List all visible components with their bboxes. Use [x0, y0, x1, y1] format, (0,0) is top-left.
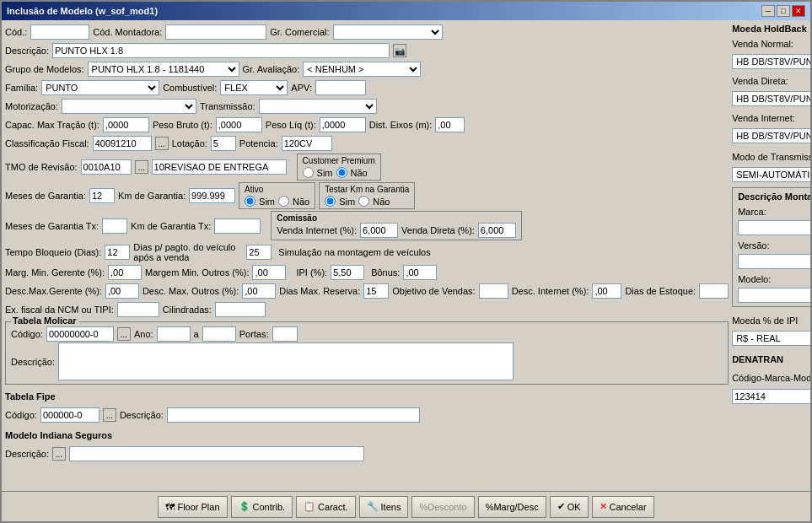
modo-transmissao-select[interactable]: SEMI-AUTOMÁTICA: [732, 167, 810, 182]
floor-plan-label: Floor Plan: [177, 502, 219, 512]
maximize-button[interactable]: □: [777, 5, 790, 17]
venda-direta-right-select[interactable]: HB DB/ST8V/PUNTO: [732, 91, 810, 106]
marg-desc-button[interactable]: %Marg/Desc: [478, 496, 546, 518]
tempo-bloqueio-input[interactable]: [105, 245, 130, 260]
row-garantia-tx: Meses de Garantia Tx: Km de Garantia Tx:…: [5, 211, 729, 240]
desc-max-gerente-input[interactable]: [105, 283, 139, 299]
cod-input[interactable]: [30, 24, 89, 40]
apv-input[interactable]: [315, 80, 366, 95]
cp-sim-radio[interactable]: [303, 167, 314, 178]
cp-nao-radio[interactable]: [336, 167, 347, 178]
descricao-search-btn[interactable]: 📷: [393, 44, 406, 57]
lotacao-input[interactable]: [211, 136, 236, 151]
row-bloqueio: Tempo Bloqueio (Dias): Dias p/ pagto. do…: [5, 242, 729, 262]
caract-button[interactable]: 📋 Caract.: [296, 496, 355, 518]
moeda-ipi-label: Moeda % de IPI: [732, 315, 798, 326]
itens-button[interactable]: 🔧 Itens: [359, 496, 409, 518]
venda-internet-right-select[interactable]: HB DB/ST8V/PUNTO: [732, 128, 810, 143]
title-bar-buttons: ─ □ ✕: [761, 5, 805, 17]
contrib-button[interactable]: 💲 Contrib.: [231, 496, 293, 518]
versao-select[interactable]: [738, 254, 810, 269]
floor-plan-button[interactable]: 🗺 Floor Plan: [158, 496, 227, 518]
desc-internet-input[interactable]: [592, 283, 621, 299]
codigo-marca-input[interactable]: [732, 389, 810, 404]
cancel-icon: ✕: [600, 501, 607, 512]
ok-button[interactable]: ✔ OK: [550, 496, 589, 518]
dias-pagto-input[interactable]: [246, 245, 272, 260]
tmo-desc-input[interactable]: [152, 159, 287, 175]
simulacao-section: Simulação na montagem de veículos: [278, 247, 430, 257]
transmissao-select[interactable]: [259, 99, 377, 114]
capac-label: Capac. Max Tração (t):: [5, 120, 99, 130]
cilindradas-input[interactable]: [215, 302, 266, 317]
grupo-select[interactable]: PUNTO HLX 1.8 - 1181440: [88, 62, 239, 77]
portas-input[interactable]: [272, 326, 298, 342]
indiana-search-btn[interactable]: ...: [52, 447, 66, 461]
ano-from-input[interactable]: [157, 326, 191, 342]
familia-label: Família:: [5, 83, 38, 93]
meses-garantia-input[interactable]: [89, 188, 115, 203]
bonus-label: Bônus:: [371, 267, 400, 278]
molicar-search-btn[interactable]: ...: [117, 327, 131, 341]
ativo-sim-radio[interactable]: [245, 196, 255, 207]
objetivo-vendas-input[interactable]: [479, 283, 508, 299]
venda-direta-comm-input[interactable]: [478, 223, 516, 238]
ex-fiscal-input[interactable]: [117, 302, 159, 317]
classif-fiscal-label: Classificação Fiscal:: [5, 138, 89, 148]
cod-montadora-input[interactable]: [165, 24, 266, 40]
peso-bruto-input[interactable]: [216, 117, 262, 132]
marca-select[interactable]: [738, 220, 810, 235]
desc-max-outros-label: Desc. Max. Outros (%):: [143, 286, 239, 296]
gr-comercial-select[interactable]: [333, 24, 443, 40]
fipe-search-btn[interactable]: ...: [103, 408, 116, 422]
motorizacao-select[interactable]: [62, 99, 196, 114]
venda-internet-comm-input[interactable]: [360, 223, 398, 238]
gr-avaliacao-select[interactable]: < NENHUM >: [303, 62, 421, 77]
minimize-button[interactable]: ─: [761, 5, 775, 17]
moeda-ipi-select[interactable]: R$ - REAL: [732, 331, 810, 346]
dias-max-reserva-input[interactable]: [363, 283, 389, 299]
marg-min-outros-label: Margem Min. Outros (%):: [145, 267, 249, 278]
desc-montadora-section: Descrição Montadora Marca: Versão: Model…: [732, 187, 810, 307]
tmo-btn[interactable]: ...: [135, 160, 148, 174]
classif-fiscal-btn[interactable]: ...: [155, 137, 169, 150]
desc-max-outros-input[interactable]: [242, 283, 276, 299]
row-marca: Marca:: [738, 203, 810, 220]
classif-fiscal-input[interactable]: [93, 136, 152, 151]
km-garantia-input[interactable]: [189, 188, 235, 203]
desconto-button[interactable]: %Desconto: [411, 496, 474, 518]
molicar-descricao-textarea[interactable]: [58, 342, 514, 380]
fipe-descricao-input[interactable]: [167, 407, 420, 423]
combustivel-select[interactable]: FLEX: [220, 80, 288, 95]
venda-normal-select[interactable]: HB DB/ST8V/PUNTO: [732, 54, 810, 69]
km-garantia-tx-input[interactable]: [214, 218, 261, 234]
tmo-input[interactable]: [81, 159, 132, 175]
descricao-input[interactable]: [52, 43, 390, 58]
dias-estoque-input[interactable]: [699, 283, 729, 299]
marg-min-gerente-input[interactable]: [108, 265, 142, 280]
denatran-label: DENATRAN: [732, 354, 783, 364]
potencia-input[interactable]: [282, 136, 332, 151]
ano-to-input[interactable]: [202, 326, 236, 342]
transmissao-label: Transmissão:: [200, 101, 255, 111]
ativo-nao-radio[interactable]: [278, 196, 289, 207]
marg-min-outros-input[interactable]: [252, 265, 286, 280]
indiana-descricao-input[interactable]: [69, 446, 364, 461]
peso-liq-input[interactable]: [320, 117, 366, 132]
familia-select[interactable]: PUNTO: [41, 80, 159, 95]
right-panel: Moeda HoldBack Venda Normal: HB DB/ST8V/…: [732, 24, 810, 488]
meses-garantia-tx-input[interactable]: [102, 218, 127, 234]
fipe-codigo-input[interactable]: [40, 407, 99, 423]
dist-eixos-input[interactable]: [435, 117, 465, 132]
modo-transmissao-label: Modo de Transmissão:: [732, 152, 810, 162]
capac-input[interactable]: [103, 117, 149, 132]
testar-km-label: Testar Km na Garantia: [325, 185, 409, 194]
bonus-input[interactable]: [403, 265, 437, 280]
modelo-select[interactable]: [738, 288, 810, 303]
close-button[interactable]: ✕: [792, 5, 805, 17]
molicar-codigo-input[interactable]: [46, 326, 114, 342]
cancelar-button[interactable]: ✕ Cancelar: [592, 496, 654, 518]
ipi-input[interactable]: [331, 265, 364, 280]
tkm-nao-radio[interactable]: [358, 196, 369, 207]
tkm-sim-radio[interactable]: [325, 196, 336, 207]
